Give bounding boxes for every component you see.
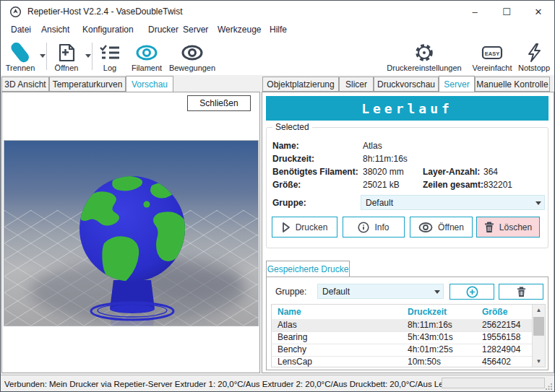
loeschen-button[interactable]: Löschen: [476, 217, 540, 238]
chevron-down-icon: [535, 201, 541, 205]
toolbar-label: Vereinfacht: [472, 64, 512, 72]
toolbar-trennen-button[interactable]: Trennen: [2, 40, 38, 72]
druckzeit-label: Druckzeit:: [272, 154, 314, 164]
table-row-bearing[interactable]: Bearing 5h:43m:01s 19556158: [272, 331, 533, 344]
filament-eye-icon: [135, 43, 158, 63]
title-bar: Repetier-Host V2.2.4 - VaseDoubleTwist –…: [1, 1, 554, 22]
toolbar-oeffnen-button[interactable]: Öffnen: [49, 40, 84, 72]
toolbar-bewegungen-button[interactable]: Bewegungen: [168, 40, 216, 72]
name-value: Atlas: [363, 141, 382, 151]
toolbar-label: Öffnen: [55, 64, 79, 72]
trash-icon: [484, 222, 494, 233]
log-checklist-icon: [99, 43, 121, 63]
close-button[interactable]: ✕: [522, 1, 554, 22]
tab-druckvorschau[interactable]: Druckvorschau: [374, 77, 439, 92]
toolbar-filament-button[interactable]: Filament: [128, 40, 165, 72]
info-icon: [358, 222, 369, 233]
saved-gruppe-label: Gruppe:: [275, 287, 306, 297]
table-row-atlas[interactable]: Atlas 8h:11m:16s 25622154: [272, 319, 533, 332]
table-scrollbar[interactable]: ▲ ▼: [532, 305, 545, 367]
toolbar-log-button[interactable]: Log: [95, 40, 125, 72]
window-controls: – ☐ ✕: [459, 1, 554, 22]
trash-icon: [517, 287, 526, 297]
toolbar-label: Notstopp: [518, 64, 550, 72]
toolbar-druckereinstellungen-button[interactable]: Druckereinstellungen: [384, 40, 465, 72]
resize-grip-icon[interactable]: [545, 383, 553, 391]
filament-value: 38020 mm: [363, 167, 404, 177]
toolbar-separator: [46, 43, 47, 70]
saved-gruppe-dropdown[interactable]: Default: [317, 284, 444, 299]
chevron-down-icon: [434, 290, 440, 294]
groesse-label: Größe:: [272, 180, 301, 190]
toolbar-label: Trennen: [6, 64, 35, 72]
layer-value: 364: [483, 167, 498, 177]
delete-group-button[interactable]: [499, 284, 543, 300]
col-druckzeit[interactable]: Druckzeit: [408, 307, 447, 317]
menu-werkzeuge[interactable]: Werkzeuge: [218, 25, 261, 35]
play-icon: [282, 222, 291, 232]
globe-render: [4, 141, 258, 326]
saved-prints-panel: Gruppe: Default Name: [266, 276, 548, 370]
print-progress-bar: [442, 378, 545, 388]
tab-objektplatzierung[interactable]: Objektplatzierung: [262, 77, 339, 92]
menu-server[interactable]: Server: [183, 25, 208, 35]
open-file-icon: [56, 43, 77, 63]
app-logo-icon: [9, 6, 22, 18]
saved-prints-table: Name Druckzeit Größe Atlas 8h:11m:16s 25…: [271, 304, 546, 367]
menu-bar: Datei Ansicht Konfiguration Drucker Serv…: [1, 22, 554, 38]
gruppe-dropdown[interactable]: Default: [361, 195, 545, 210]
toolbar-notstopp-button[interactable]: Notstopp: [515, 40, 553, 72]
scroll-down-icon[interactable]: ▼: [533, 356, 545, 367]
toolbar-label: Bewegungen: [169, 64, 215, 72]
menu-konfiguration[interactable]: Konfiguration: [82, 25, 134, 35]
toolbar-vereinfacht-button[interactable]: EASY Vereinfacht: [469, 40, 515, 72]
layer-label: Layer-Anzahl:: [423, 167, 480, 177]
schliessen-button[interactable]: Schließen: [187, 95, 251, 111]
scroll-up-icon[interactable]: ▲: [533, 305, 545, 315]
tab-3d-ansicht[interactable]: 3D Ansicht: [1, 77, 49, 92]
zeilen-label: Zeilen gesamt:: [423, 180, 483, 190]
oeffnen-dropdown-arrow[interactable]: [85, 54, 91, 58]
add-group-button[interactable]: [449, 284, 494, 300]
tab-temperaturkurven[interactable]: Temperaturkurven: [49, 77, 126, 92]
tab-slicer[interactable]: Slicer: [339, 77, 374, 92]
oeffnen-button[interactable]: Öffnen: [410, 217, 473, 238]
easy-badge-icon: EASY: [480, 43, 504, 63]
menu-ansicht[interactable]: Ansicht: [41, 25, 69, 35]
tab-vorschau[interactable]: Vorschau: [126, 76, 173, 92]
menu-hilfe[interactable]: Hilfe: [270, 25, 287, 35]
maximize-button[interactable]: ☐: [491, 1, 522, 22]
toolbar: Trennen Öffnen L: [1, 38, 554, 76]
trennen-dropdown-arrow[interactable]: [40, 54, 46, 58]
groesse-value: 25021 kB: [363, 180, 400, 190]
col-name[interactable]: Name: [278, 307, 301, 317]
name-label: Name:: [272, 141, 299, 151]
gruppe-label: Gruppe:: [272, 198, 306, 208]
connect-icon: [8, 43, 33, 63]
selected-legend: Selected: [272, 122, 312, 132]
menu-drucker[interactable]: Drucker: [148, 25, 178, 35]
filament-label: Benötigtes Filament:: [272, 167, 358, 177]
tab-manuelle-kontrolle[interactable]: Manuelle Kontrolle: [475, 77, 550, 92]
table-row-benchy[interactable]: Benchy 4h:01m:25s 12824904: [272, 344, 533, 357]
scrollbar-thumb[interactable]: [533, 317, 544, 336]
tab-gespeicherte-drucke[interactable]: Gespeicherte Drucke: [266, 261, 350, 277]
movements-eye-icon: [181, 43, 204, 63]
menu-datei[interactable]: Datei: [11, 25, 31, 35]
info-button[interactable]: Info: [343, 217, 405, 238]
druckzeit-value: 8h:11m:16s: [363, 154, 408, 164]
toolbar-label: Filament: [132, 64, 162, 72]
app-window: Repetier-Host V2.2.4 - VaseDoubleTwist –…: [0, 0, 555, 392]
col-groesse[interactable]: Größe: [482, 307, 507, 317]
status-text: Verbunden: Mein Drucker via Repetier-Ser…: [4, 380, 464, 388]
toolbar-label: Log: [103, 64, 116, 72]
window-title: Repetier-Host V2.2.4 - VaseDoubleTwist: [27, 6, 183, 17]
tab-server[interactable]: Server: [439, 76, 475, 92]
zeilen-value: 832201: [483, 180, 512, 190]
svg-text:EASY: EASY: [485, 51, 499, 57]
3d-viewport[interactable]: [4, 140, 259, 326]
table-row-lenscap[interactable]: LensCap 10m:50s 456402: [272, 356, 533, 367]
drucken-button[interactable]: Drucken: [272, 217, 337, 238]
minimize-button[interactable]: –: [459, 1, 491, 22]
plus-circle-icon: [466, 286, 478, 298]
